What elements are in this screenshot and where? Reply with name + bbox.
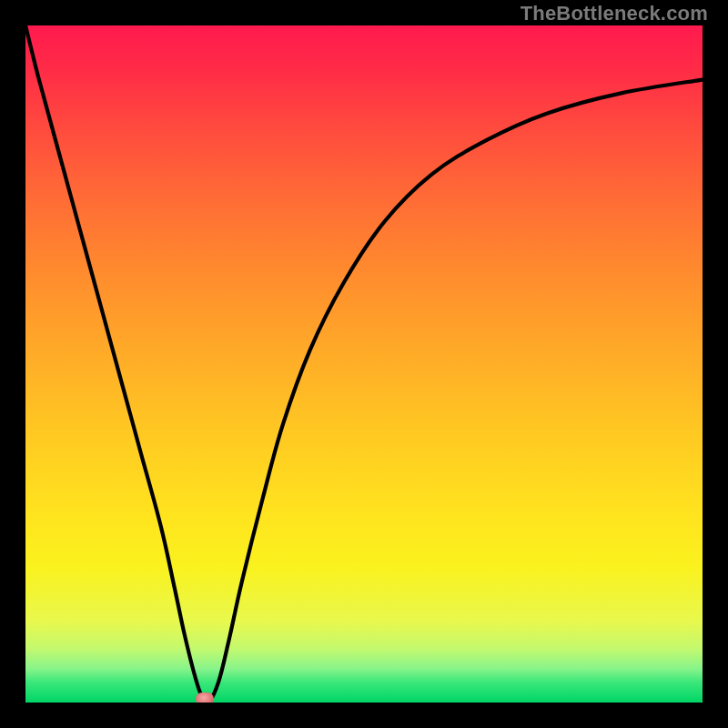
bottleneck-curve-path <box>25 25 703 703</box>
curve-layer <box>25 25 703 703</box>
watermark-text: TheBottleneck.com <box>521 2 708 25</box>
plot-area <box>25 25 703 703</box>
optimal-point-marker <box>196 693 214 703</box>
chart-frame: TheBottleneck.com <box>0 0 728 728</box>
